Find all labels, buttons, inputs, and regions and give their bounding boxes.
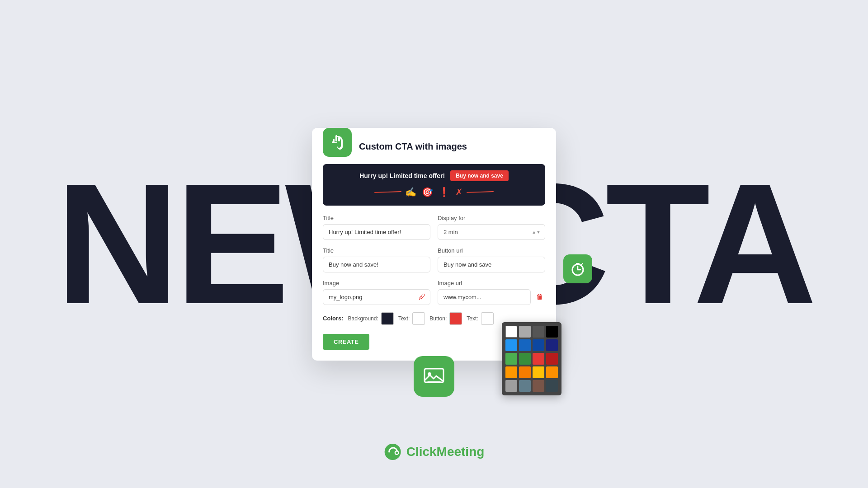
background-color-swatch[interactable] (381, 312, 394, 325)
cp-swatch-darkblue[interactable] (519, 339, 531, 351)
preview-banner: Hurry up! Limited time offer! Buy now an… (323, 164, 545, 206)
doodle-icon-4: ✗ (455, 187, 463, 197)
cp-swatch-darkorange[interactable] (519, 366, 531, 378)
cp-swatch-orange[interactable] (505, 366, 517, 378)
dialog-title: Custom CTA with images (359, 141, 467, 152)
image-url-input-wrapper: 🗑 (438, 289, 545, 305)
cp-swatch-darkyellow[interactable] (546, 366, 558, 378)
display-for-group: Display for 1 min 2 min 3 min 5 min ▲▼ (438, 215, 545, 240)
image-url-label: Image url (438, 280, 545, 286)
doodle-icons: ✍ 🎯 ❗ ✗ (405, 187, 463, 197)
background-color-label: Background: (348, 315, 378, 322)
preview-doodles: ✍ 🎯 ❗ ✗ (332, 187, 536, 197)
text-color-swatch-1[interactable] (412, 312, 425, 325)
text-color-group-1: Text: (398, 312, 425, 325)
button-row: Title Button url (323, 247, 545, 272)
display-for-select-wrapper: 1 min 2 min 3 min 5 min ▲▼ (438, 224, 545, 240)
button-url-label: Button url (438, 247, 545, 254)
cp-swatch-black[interactable] (546, 326, 558, 338)
dialog-body: Title Display for 1 min 2 min 3 min 5 mi… (312, 215, 556, 325)
doodle-line-right (467, 191, 494, 192)
float-icon-timer (563, 254, 592, 283)
svg-rect-8 (425, 369, 443, 382)
image-url-input[interactable] (438, 289, 531, 305)
button-title-input[interactable] (323, 257, 430, 272)
preview-headline: Hurry up! Limited time offer! (359, 172, 445, 179)
text-color-label-1: Text: (398, 315, 410, 322)
text-color-group-2: Text: (467, 312, 493, 325)
title-input[interactable] (323, 224, 430, 240)
cp-swatch-red[interactable] (533, 353, 544, 365)
image-input[interactable] (323, 289, 430, 305)
dialog-wrapper: Custom CTA with images Hurry up! Limited… (312, 128, 556, 361)
title-display-row: Title Display for 1 min 2 min 3 min 5 mi… (323, 215, 545, 240)
svg-rect-1 (338, 137, 340, 141)
image-group: Image 🖊 (323, 280, 430, 305)
image-input-wrapper: 🖊 (323, 289, 430, 305)
display-for-select[interactable]: 1 min 2 min 3 min 5 min (438, 224, 545, 240)
button-url-input[interactable] (438, 257, 545, 272)
button-color-group: Button: (429, 312, 462, 325)
image-url-group: Image url 🗑 (438, 280, 545, 305)
colors-label: Colors: (323, 315, 344, 322)
float-icon-image (414, 356, 454, 397)
text-color-swatch-2[interactable] (481, 312, 494, 325)
button-color-label: Button: (429, 315, 447, 322)
cp-swatch-blue[interactable] (505, 339, 517, 351)
color-picker-grid (505, 326, 558, 392)
svg-point-13 (396, 452, 398, 454)
timer-icon (570, 261, 586, 277)
button-url-group: Button url (438, 247, 545, 272)
svg-line-7 (581, 263, 583, 265)
image-icon: 🖊 (419, 293, 426, 301)
dialog: Custom CTA with images Hurry up! Limited… (312, 128, 556, 361)
dialog-header-icon (323, 128, 352, 157)
color-picker-popup (502, 322, 561, 395)
clickmeeting-logo: ClickMeeting (384, 443, 485, 461)
image-row: Image 🖊 Image url 🗑 (323, 280, 545, 305)
cp-swatch-darkbluegray[interactable] (546, 380, 558, 392)
doodle-icon-1: ✍ (405, 187, 416, 197)
preview-buy-button[interactable]: Buy now and save (450, 170, 509, 181)
svg-rect-9 (427, 381, 441, 383)
create-button[interactable]: CREATE (323, 334, 369, 350)
cp-swatch-darkgray[interactable] (533, 326, 544, 338)
hand-icon (329, 134, 345, 150)
svg-rect-6 (576, 263, 580, 264)
button-title-group: Title (323, 247, 430, 272)
svg-rect-0 (335, 135, 337, 141)
cp-swatch-gray[interactable] (505, 380, 517, 392)
title-group: Title (323, 215, 430, 240)
cp-swatch-white[interactable] (505, 326, 517, 338)
cp-swatch-darkgreen[interactable] (519, 353, 531, 365)
display-for-label: Display for (438, 215, 545, 221)
cp-swatch-amber[interactable] (533, 366, 544, 378)
button-title-label: Title (323, 247, 430, 254)
doodle-icon-3: ❗ (439, 187, 450, 197)
svg-rect-2 (333, 139, 335, 142)
cp-swatch-darkred[interactable] (546, 353, 558, 365)
cp-swatch-navyblue[interactable] (533, 339, 544, 351)
cp-swatch-indigo[interactable] (546, 339, 558, 351)
preview-top: Hurry up! Limited time offer! Buy now an… (332, 170, 536, 181)
cp-swatch-bluegray[interactable] (519, 380, 531, 392)
cm-logo-text: ClickMeeting (406, 445, 485, 459)
text-color-label-2: Text: (467, 315, 478, 322)
doodle-icon-2: 🎯 (422, 187, 433, 197)
clickmeeting-logo-icon (384, 443, 402, 461)
button-color-swatch[interactable] (449, 312, 462, 325)
cp-swatch-green[interactable] (505, 353, 517, 365)
delete-image-url-button[interactable]: 🗑 (534, 291, 545, 303)
cp-swatch-brown[interactable] (533, 380, 544, 392)
cp-swatch-lightgray[interactable] (519, 326, 531, 338)
title-label: Title (323, 215, 430, 221)
doodle-line-left (374, 191, 401, 192)
bg-color-group: Background: (348, 312, 394, 325)
image-icon (423, 365, 445, 388)
dialog-header: Custom CTA with images (312, 128, 556, 164)
image-label: Image (323, 280, 430, 286)
